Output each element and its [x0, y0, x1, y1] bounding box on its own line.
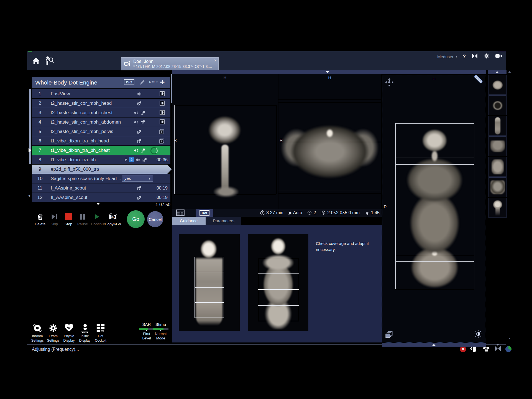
error-indicator-icon[interactable]: ×	[460, 346, 466, 352]
protocol-row-running[interactable]: 7 t1_vibe_dixon_tra_bh_chest	[32, 146, 170, 155]
inline-display-button[interactable]: InlineDisplay	[77, 323, 93, 343]
scroll-down-icon[interactable]	[508, 338, 511, 339]
inroom-settings-button[interactable]: InroomSettings	[29, 323, 45, 343]
gear-icon[interactable]	[484, 53, 490, 60]
protocol-row[interactable]: 4 t2_haste_stir_cor_mbh_abdomen	[32, 117, 170, 127]
thumbnail-coronal-wholebody[interactable]	[488, 116, 507, 136]
scroll-down-icon[interactable]	[496, 344, 499, 346]
protocol-row[interactable]: 8 t1_vibe_dixon_tra_bh 2 00:36	[32, 155, 170, 164]
coverage-box[interactable]	[195, 303, 224, 318]
go-button[interactable]: Go	[127, 210, 145, 228]
copy-and-go-button[interactable]: Go Copy&Go	[105, 212, 121, 226]
protocol-row[interactable]: 6 t1_vibe_dixon_tra_bh_head	[32, 136, 170, 145]
play-icon	[91, 212, 104, 221]
scout-sagittal-image[interactable]	[179, 234, 240, 331]
patient-browser-button[interactable]	[44, 56, 54, 67]
pause-button[interactable]: Pause	[76, 212, 89, 226]
scroll-up-icon[interactable]	[496, 71, 498, 73]
coverage-box[interactable]	[195, 287, 224, 303]
scout-coronal-image[interactable]	[248, 234, 308, 331]
mri-chest-image	[281, 116, 379, 196]
scroll-down-icon[interactable]: ▼	[28, 194, 31, 198]
close-icon[interactable]: ×	[214, 58, 216, 63]
protocol-row[interactable]: 12 II_AAspine_scout 00:19	[32, 193, 170, 202]
protocol-row[interactable]: 11 I_AAspine_scout 00:19	[32, 183, 170, 193]
viewport-coronal-wholebody-selected[interactable]: H R	[382, 75, 486, 342]
protocol-row-selected[interactable]: 9 ep2d_diff_b50_800_tra	[32, 165, 172, 174]
protocol-list-scrollbar[interactable]	[29, 89, 31, 164]
thumbnail-coronal-brain[interactable]	[488, 198, 507, 218]
protocol-row[interactable]: 2 t2_haste_stir_cor_mbh_head	[32, 99, 170, 108]
breath-hold-icon	[140, 119, 146, 125]
patient-tab[interactable]: C Doe, John * 1/1/1991 M 2017.08.23-15:3…	[121, 57, 219, 70]
coverage-box[interactable]	[258, 258, 299, 274]
protocol-row[interactable]: 3 t2_haste_stir_cor_mbh_chest	[32, 108, 170, 117]
tilt-ruler-icon[interactable]	[473, 74, 483, 85]
protocol-row[interactable]: 1 FastView	[32, 89, 170, 98]
coverage-box[interactable]	[258, 305, 299, 321]
table-dock-icon[interactable]	[471, 53, 478, 60]
guidance-instruction: Check coverage and adapt if necessary.	[316, 241, 377, 253]
protocol-table-icon[interactable]	[176, 209, 185, 217]
inline-display-icon	[77, 323, 93, 333]
decision-dropdown[interactable]: yes ▼	[122, 175, 153, 182]
pan-move-icon[interactable]	[385, 78, 394, 88]
running-marker-icon	[29, 148, 31, 152]
row-name: ep2d_diff_b50_800_tra	[51, 165, 99, 174]
contrast-pen-icon[interactable]	[139, 79, 145, 86]
tab-parameters[interactable]: Parameters	[206, 217, 241, 225]
thumbnail-coronal-chest[interactable]	[488, 177, 507, 197]
protocol-row[interactable]: 10 Sagittal spine scans (only Head-… yes…	[32, 174, 170, 183]
multi-slice-icon	[159, 138, 165, 145]
coverage-box[interactable]	[258, 274, 299, 290]
delete-button[interactable]: Delete	[34, 212, 47, 226]
total-exam-time: Σ 07:50	[126, 202, 170, 207]
topbar-right-cluster: Meduser ▾ ?	[437, 53, 502, 60]
image-stack-icon[interactable]	[385, 331, 393, 340]
coverage-box[interactable]	[258, 290, 299, 305]
thumbnail-axial-brain-2[interactable]	[488, 95, 507, 115]
breath-hold-icon	[136, 101, 142, 106]
thumbnail-axial-brain[interactable]	[488, 75, 507, 95]
row-number: 8	[32, 155, 48, 164]
thumbnail-coronal-abdomen[interactable]	[488, 157, 507, 177]
row-name: t1_vibe_dixon_tra_bh	[51, 155, 96, 164]
continue-button[interactable]: Continue	[91, 212, 104, 226]
thumbnail-coronal-shoulders[interactable]	[488, 136, 507, 156]
row-name: t1_vibe_dixon_tra_bh_chest	[51, 146, 110, 155]
dot-cockpit-button[interactable]: DotCockpit	[93, 323, 109, 343]
scroll-indicator-icon[interactable]	[326, 71, 329, 73]
dot-display-button[interactable]: Dot	[196, 209, 213, 217]
table-dock-icon[interactable]	[494, 346, 502, 353]
stop-button[interactable]: Stop	[62, 212, 75, 226]
brightness-icon[interactable]	[474, 330, 482, 339]
scroll-up-icon[interactable]	[508, 71, 511, 73]
viewport-coronal-chest[interactable]: H R	[278, 74, 381, 209]
list-expand-icon[interactable]	[96, 203, 100, 205]
heart-ecg-icon	[61, 323, 77, 333]
voxel-cube-icon	[321, 210, 326, 215]
help-button[interactable]: ?	[463, 54, 466, 60]
orientation-head-label: H	[224, 75, 227, 80]
view-options-menu[interactable]: ▸▪▪ ▾	[149, 80, 158, 84]
exam-settings-button[interactable]: ExamSettings	[45, 323, 61, 343]
single-slice-icon	[159, 100, 165, 107]
row-number: 6	[32, 136, 48, 145]
tab-guidance[interactable]: Guidance	[172, 217, 206, 225]
skip-button[interactable]: Skip	[48, 212, 61, 226]
svg-text:Go: Go	[111, 216, 114, 219]
guidance-panel: Check coverage and adapt if necessary.	[172, 225, 382, 342]
scroll-indicator-icon[interactable]	[432, 344, 436, 346]
user-menu[interactable]: Meduser ▾	[437, 54, 457, 59]
add-step-button[interactable]: +	[160, 77, 165, 87]
patient-name: Doe, John	[133, 59, 212, 64]
home-button[interactable]	[31, 56, 41, 67]
viewport-coronal-head[interactable]: H R	[172, 74, 278, 209]
video-camera-icon[interactable]	[495, 53, 502, 60]
row-number: 5	[32, 127, 48, 136]
coverage-box[interactable]	[195, 272, 224, 287]
physio-display-button[interactable]: PhysioDisplay	[61, 323, 77, 343]
coverage-box[interactable]	[195, 257, 224, 272]
cancel-button[interactable]: Cancel	[147, 211, 163, 227]
protocol-row[interactable]: 5 t2_haste_stir_cor_mbh_pelvis	[32, 127, 170, 136]
